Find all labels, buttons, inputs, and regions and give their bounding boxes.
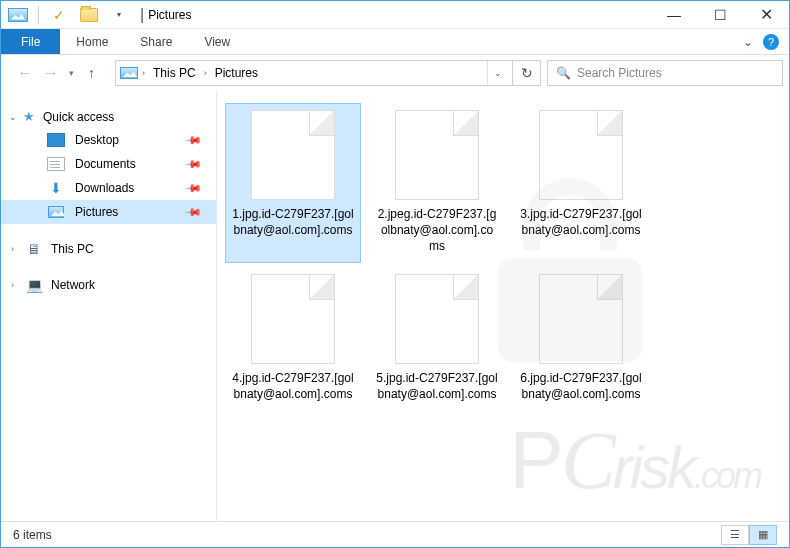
file-icon	[395, 274, 479, 364]
qat-properties-icon[interactable]: ✓	[46, 4, 72, 26]
pin-icon: 📌	[183, 202, 202, 221]
ribbon: File Home Share View ⌄ ?	[1, 29, 789, 55]
forward-button[interactable]: →	[39, 60, 63, 86]
search-placeholder: Search Pictures	[577, 66, 662, 80]
help-icon[interactable]: ?	[763, 34, 779, 50]
sidebar-item-label: Pictures	[75, 205, 118, 219]
file-item[interactable]: 1.jpg.id-C279F237.[golbnaty@aol.com].com…	[225, 103, 361, 263]
pictures-icon	[47, 205, 65, 219]
status-bar: 6 items ☰ ▦	[1, 521, 789, 547]
sidebar-network[interactable]: › 💻 Network	[1, 274, 216, 296]
tab-view[interactable]: View	[188, 29, 246, 54]
downloads-icon: ⬇	[47, 181, 65, 195]
chevron-right-icon[interactable]: ›	[11, 280, 14, 290]
chevron-right-icon[interactable]: ›	[204, 68, 207, 78]
sidebar-label: This PC	[51, 242, 94, 256]
sidebar-label: Network	[51, 278, 95, 292]
file-name: 4.jpg.id-C279F237.[golbnaty@aol.com].com…	[230, 370, 356, 402]
title-bar: ✓ ▾ | Pictures — ☐ ✕	[1, 1, 789, 29]
pin-icon: 📌	[183, 130, 202, 149]
documents-icon	[47, 157, 65, 171]
app-icon	[5, 4, 31, 26]
file-pane[interactable]: 1.jpg.id-C279F237.[golbnaty@aol.com].com…	[217, 91, 789, 521]
sidebar-item-label: Downloads	[75, 181, 134, 195]
file-icon	[539, 274, 623, 364]
tab-share[interactable]: Share	[124, 29, 188, 54]
sidebar: ⌄ ★ Quick access Desktop 📌 Documents 📌 ⬇…	[1, 91, 217, 521]
maximize-button[interactable]: ☐	[697, 1, 743, 29]
file-icon	[251, 110, 335, 200]
file-icon	[539, 110, 623, 200]
sidebar-item-documents[interactable]: Documents 📌	[1, 152, 216, 176]
address-bar[interactable]: › This PC › Pictures ⌄	[115, 60, 513, 86]
file-item[interactable]: 6.jpg.id-C279F237.[golbnaty@aol.com].com…	[513, 267, 649, 427]
star-icon: ★	[23, 109, 35, 124]
file-item[interactable]: 5.jpg.id-C279F237.[golbnaty@aol.com].com…	[369, 267, 505, 427]
search-input[interactable]: 🔍 Search Pictures	[547, 60, 783, 86]
minimize-button[interactable]: —	[651, 1, 697, 29]
breadcrumb-current[interactable]: Pictures	[211, 64, 262, 82]
status-item-count: 6 items	[13, 528, 52, 542]
file-name: 5.jpg.id-C279F237.[golbnaty@aol.com].com…	[374, 370, 500, 402]
sidebar-quick-access[interactable]: ⌄ ★ Quick access	[1, 105, 216, 128]
back-button[interactable]: ←	[13, 60, 37, 86]
sidebar-item-downloads[interactable]: ⬇ Downloads 📌	[1, 176, 216, 200]
sidebar-item-label: Desktop	[75, 133, 119, 147]
expand-ribbon-icon[interactable]: ⌄	[743, 35, 753, 49]
address-dropdown-icon[interactable]: ⌄	[487, 61, 508, 85]
refresh-button[interactable]: ↻	[513, 60, 541, 86]
window-title: Pictures	[148, 8, 191, 22]
file-item[interactable]: 3.jpg.id-C279F237.[golbnaty@aol.com].com…	[513, 103, 649, 263]
network-icon: 💻	[25, 278, 43, 292]
history-dropdown-icon[interactable]: ▾	[65, 64, 78, 82]
file-name: 2.jpeg.id-C279F237.[golbnaty@aol.com].co…	[374, 206, 500, 255]
pc-icon: 🖥	[25, 242, 43, 256]
chevron-right-icon[interactable]: ›	[142, 68, 145, 78]
breadcrumb-root[interactable]: This PC	[149, 64, 200, 82]
search-icon: 🔍	[556, 66, 571, 80]
sidebar-item-pictures[interactable]: Pictures 📌	[1, 200, 216, 224]
view-thumbnails-button[interactable]: ▦	[749, 525, 777, 545]
location-icon	[120, 67, 138, 79]
file-item[interactable]: 2.jpeg.id-C279F237.[golbnaty@aol.com].co…	[369, 103, 505, 263]
sidebar-this-pc[interactable]: › 🖥 This PC	[1, 238, 216, 260]
file-icon	[251, 274, 335, 364]
sidebar-label: Quick access	[43, 110, 114, 124]
qat-new-folder-icon[interactable]	[76, 4, 102, 26]
view-details-button[interactable]: ☰	[721, 525, 749, 545]
close-button[interactable]: ✕	[743, 1, 789, 29]
chevron-right-icon[interactable]: ›	[11, 244, 14, 254]
file-icon	[395, 110, 479, 200]
file-name: 3.jpg.id-C279F237.[golbnaty@aol.com].com…	[518, 206, 644, 238]
up-button[interactable]: ↑	[80, 61, 103, 85]
desktop-icon	[47, 133, 65, 147]
file-name: 6.jpg.id-C279F237.[golbnaty@aol.com].com…	[518, 370, 644, 402]
tab-home[interactable]: Home	[60, 29, 124, 54]
file-name: 1.jpg.id-C279F237.[golbnaty@aol.com].com…	[230, 206, 356, 238]
nav-bar: ← → ▾ ↑ › This PC › Pictures ⌄ ↻ 🔍 Searc…	[1, 55, 789, 91]
file-tab[interactable]: File	[1, 29, 60, 54]
file-item[interactable]: 4.jpg.id-C279F237.[golbnaty@aol.com].com…	[225, 267, 361, 427]
chevron-down-icon[interactable]: ⌄	[9, 112, 17, 122]
sidebar-item-desktop[interactable]: Desktop 📌	[1, 128, 216, 152]
pin-icon: 📌	[183, 154, 202, 173]
qat-dropdown-icon[interactable]: ▾	[106, 4, 132, 26]
pin-icon: 📌	[183, 178, 202, 197]
sidebar-item-label: Documents	[75, 157, 136, 171]
